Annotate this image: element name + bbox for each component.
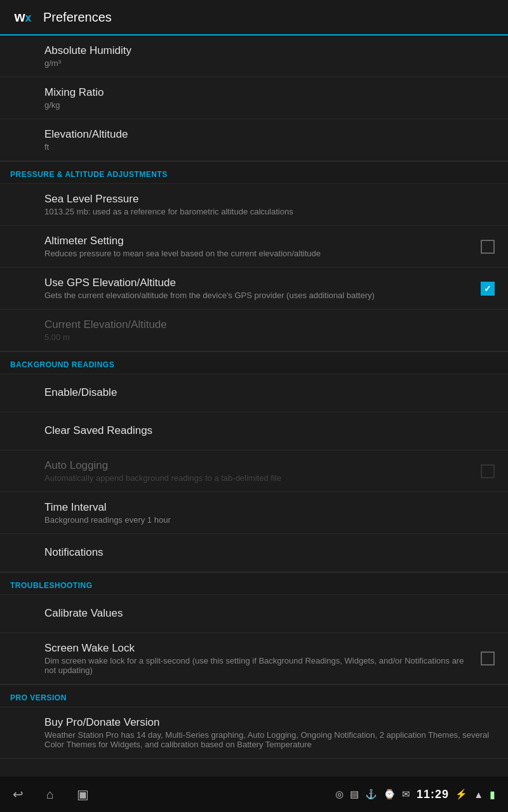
checkbox-auto-logging[interactable] xyxy=(481,464,495,478)
section-label: BACKGROUND READINGS xyxy=(10,360,114,369)
pref-text-block-time-interval: Time IntervalBackground readings every 1… xyxy=(44,501,498,525)
pref-title-auto-logging: Auto Logging xyxy=(44,459,478,472)
pref-item-enable-disable[interactable]: Enable/Disable xyxy=(0,374,508,412)
gallery-icon: ▤ xyxy=(350,789,359,800)
pref-subtitle-mixing-ratio: g/kg xyxy=(44,100,498,110)
app-logo: wx xyxy=(10,4,36,30)
status-bar: ◎ ▤ ⚓ ⌚ ✉ 11:29 ⚡ ▲ ▮ xyxy=(335,788,495,801)
usb-icon: ⚓ xyxy=(365,789,377,800)
section-label: TROUBLESHOOTING xyxy=(10,581,93,590)
bottom-nav-bar: ↩ ⌂ ▣ ◎ ▤ ⚓ ⌚ ✉ 11:29 ⚡ ▲ ▮ xyxy=(0,776,508,812)
pref-title-clear-saved-readings: Clear Saved Readings xyxy=(44,424,498,437)
checkbox-altimeter-setting[interactable] xyxy=(481,240,495,254)
pref-title-time-interval: Time Interval xyxy=(44,501,498,514)
pref-text-block-altimeter-setting: Altimeter SettingReduces pressure to mea… xyxy=(44,235,478,258)
pref-title-notifications: Notifications xyxy=(44,546,498,559)
logo-w: w xyxy=(14,9,25,25)
battery-icon: ▮ xyxy=(490,789,495,801)
pref-title-elevation-altitude: Elevation/Altitude xyxy=(44,128,498,141)
section-label: PRESSURE & ALTITUDE ADJUSTMENTS xyxy=(10,170,168,179)
pref-subtitle-absolute-humidity: g/m³ xyxy=(44,58,498,68)
pref-item-time-interval[interactable]: Time IntervalBackground readings every 1… xyxy=(0,492,508,534)
pref-item-use-gps-elevation[interactable]: Use GPS Elevation/AltitudeGets the curre… xyxy=(0,268,508,310)
pref-title-sea-level-pressure: Sea Level Pressure xyxy=(44,193,498,206)
pref-item-calibrate-values[interactable]: Calibrate Values xyxy=(0,595,508,633)
pref-title-current-elevation: Current Elevation/Altitude xyxy=(44,318,498,331)
pref-title-screen-wake-lock: Screen Wake Lock xyxy=(44,642,478,655)
pref-item-current-elevation[interactable]: Current Elevation/Altitude5.00 m xyxy=(0,310,508,351)
pref-text-block-auto-logging: Auto LoggingAutomatically append backgro… xyxy=(44,459,478,483)
pref-text-block-clear-saved-readings: Clear Saved Readings xyxy=(44,424,498,438)
pref-item-mixing-ratio[interactable]: Mixing Ratiog/kg xyxy=(0,77,508,119)
pref-subtitle-current-elevation: 5.00 m xyxy=(44,332,498,342)
pref-item-elevation-altitude[interactable]: Elevation/Altitudeft xyxy=(0,119,508,161)
checkbox-wrap-altimeter-setting xyxy=(478,237,498,257)
pref-text-block-sea-level-pressure: Sea Level Pressure1013.25 mb: used as a … xyxy=(44,193,498,216)
back-button[interactable]: ↩ xyxy=(13,787,23,802)
top-bar: wx Preferences xyxy=(0,0,508,36)
pref-title-calibrate-values: Calibrate Values xyxy=(44,607,498,620)
pref-text-block-current-elevation: Current Elevation/Altitude5.00 m xyxy=(44,318,498,342)
pref-title-altimeter-setting: Altimeter Setting xyxy=(44,235,478,247)
checkbox-wrap-auto-logging xyxy=(478,461,498,481)
pref-subtitle-use-gps-elevation: Gets the current elevation/altitude from… xyxy=(44,291,478,300)
pref-text-block-calibrate-values: Calibrate Values xyxy=(44,607,498,621)
pref-title-enable-disable: Enable/Disable xyxy=(44,386,498,399)
pref-text-block-buy-pro: Buy Pro/Donate VersionWeather Station Pr… xyxy=(44,716,498,749)
pref-subtitle-altimeter-setting: Reduces pressure to mean sea level based… xyxy=(44,249,478,258)
pref-text-block-use-gps-elevation: Use GPS Elevation/AltitudeGets the curre… xyxy=(44,277,478,300)
email-icon: ✉ xyxy=(402,789,410,800)
home-button[interactable]: ⌂ xyxy=(46,787,54,802)
page-title: Preferences xyxy=(43,10,112,25)
pref-item-buy-pro[interactable]: Buy Pro/Donate VersionWeather Station Pr… xyxy=(0,707,508,759)
pref-title-mixing-ratio: Mixing Ratio xyxy=(44,86,498,99)
location-icon: ◎ xyxy=(335,789,344,800)
pref-item-altimeter-setting[interactable]: Altimeter SettingReduces pressure to mea… xyxy=(0,226,508,268)
pref-subtitle-auto-logging: Automatically append background readings… xyxy=(44,473,478,483)
section-section-troubleshooting: TROUBLESHOOTING xyxy=(0,572,508,595)
watch-icon: ⌚ xyxy=(384,789,396,800)
pref-subtitle-screen-wake-lock: Dim screen wake lock for a split-second … xyxy=(44,656,478,675)
pref-item-clear-saved-readings[interactable]: Clear Saved Readings xyxy=(0,412,508,450)
recent-apps-button[interactable]: ▣ xyxy=(77,787,89,802)
pref-title-absolute-humidity: Absolute Humidity xyxy=(44,44,498,57)
logo-x: x xyxy=(25,11,32,24)
pref-subtitle-buy-pro: Weather Station Pro has 14 day, Multi-Se… xyxy=(44,730,498,749)
bluetooth-icon: ⚡ xyxy=(455,789,467,800)
pref-title-use-gps-elevation: Use GPS Elevation/Altitude xyxy=(44,277,478,289)
clock: 11:29 xyxy=(417,788,449,801)
section-label: PRO VERSION xyxy=(10,693,67,702)
nav-buttons: ↩ ⌂ ▣ xyxy=(13,787,89,802)
section-section-pro: PRO VERSION xyxy=(0,684,508,707)
pref-item-sea-level-pressure[interactable]: Sea Level Pressure1013.25 mb: used as a … xyxy=(0,184,508,226)
wifi-icon: ▲ xyxy=(474,789,483,800)
pref-subtitle-elevation-altitude: ft xyxy=(44,142,498,152)
pref-subtitle-time-interval: Background readings every 1 hour xyxy=(44,515,498,525)
pref-text-block-absolute-humidity: Absolute Humidityg/m³ xyxy=(44,44,498,68)
checkbox-wrap-screen-wake-lock xyxy=(478,648,498,669)
checkbox-use-gps-elevation[interactable] xyxy=(481,282,495,296)
section-section-pressure: PRESSURE & ALTITUDE ADJUSTMENTS xyxy=(0,161,508,184)
section-section-background: BACKGROUND READINGS xyxy=(0,351,508,374)
pref-title-buy-pro: Buy Pro/Donate Version xyxy=(44,716,498,729)
checkbox-screen-wake-lock[interactable] xyxy=(481,652,495,665)
pref-subtitle-sea-level-pressure: 1013.25 mb: used as a reference for baro… xyxy=(44,207,498,216)
pref-text-block-mixing-ratio: Mixing Ratiog/kg xyxy=(44,86,498,110)
pref-text-block-screen-wake-lock: Screen Wake LockDim screen wake lock for… xyxy=(44,642,478,675)
pref-item-notifications[interactable]: Notifications xyxy=(0,534,508,572)
pref-item-absolute-humidity[interactable]: Absolute Humidityg/m³ xyxy=(0,36,508,77)
preferences-list[interactable]: Absolute Humidityg/m³Mixing Ratiog/kgEle… xyxy=(0,36,508,776)
pref-text-block-notifications: Notifications xyxy=(44,546,498,560)
pref-text-block-elevation-altitude: Elevation/Altitudeft xyxy=(44,128,498,152)
pref-item-screen-wake-lock[interactable]: Screen Wake LockDim screen wake lock for… xyxy=(0,633,508,684)
pref-item-auto-logging[interactable]: Auto LoggingAutomatically append backgro… xyxy=(0,450,508,492)
checkbox-wrap-use-gps-elevation xyxy=(478,278,498,299)
pref-text-block-enable-disable: Enable/Disable xyxy=(44,386,498,400)
